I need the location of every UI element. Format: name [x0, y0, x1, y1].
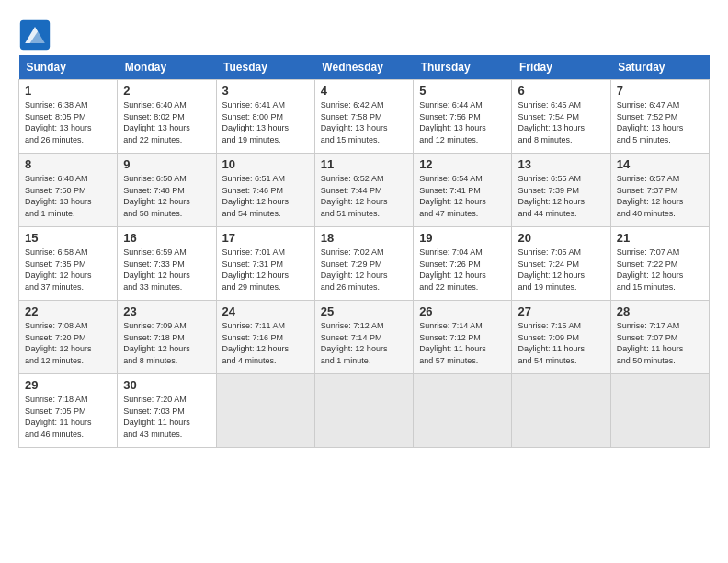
day-number: 20: [518, 231, 604, 245]
calendar-day-cell: 11Sunrise: 6:52 AM Sunset: 7:44 PM Dayli…: [314, 154, 413, 227]
day-info: Sunrise: 7:02 AM Sunset: 7:29 PM Dayligh…: [321, 247, 407, 293]
calendar-day-cell: 6Sunrise: 6:45 AM Sunset: 7:54 PM Daylig…: [512, 80, 610, 154]
day-info: Sunrise: 6:59 AM Sunset: 7:33 PM Dayligh…: [123, 247, 210, 293]
calendar-day-cell: 22Sunrise: 7:08 AM Sunset: 7:20 PM Dayli…: [19, 301, 118, 374]
calendar-day-cell: [314, 374, 413, 448]
calendar-week-row: 1Sunrise: 6:38 AM Sunset: 8:05 PM Daylig…: [19, 80, 710, 154]
calendar-day-cell: 9Sunrise: 6:50 AM Sunset: 7:48 PM Daylig…: [118, 154, 216, 227]
header-row: SundayMondayTuesdayWednesdayThursdayFrid…: [19, 55, 710, 80]
calendar-day-cell: 27Sunrise: 7:15 AM Sunset: 7:09 PM Dayli…: [512, 301, 610, 374]
calendar-day-cell: 17Sunrise: 7:01 AM Sunset: 7:31 PM Dayli…: [216, 227, 314, 301]
day-of-week-header: Friday: [512, 55, 610, 80]
calendar-day-cell: 15Sunrise: 6:58 AM Sunset: 7:35 PM Dayli…: [19, 227, 118, 301]
calendar-day-cell: 24Sunrise: 7:11 AM Sunset: 7:16 PM Dayli…: [216, 301, 314, 374]
calendar-day-cell: [414, 374, 512, 448]
calendar-header: SundayMondayTuesdayWednesdayThursdayFrid…: [19, 55, 710, 80]
day-info: Sunrise: 6:58 AM Sunset: 7:35 PM Dayligh…: [25, 247, 111, 293]
day-info: Sunrise: 6:42 AM Sunset: 7:58 PM Dayligh…: [321, 99, 407, 145]
day-number: 23: [123, 304, 210, 318]
day-of-week-header: Thursday: [414, 55, 512, 80]
day-number: 19: [419, 231, 506, 245]
day-info: Sunrise: 6:55 AM Sunset: 7:39 PM Dayligh…: [518, 173, 604, 219]
day-number: 14: [617, 157, 703, 171]
calendar-day-cell: [512, 374, 610, 448]
calendar-day-cell: 26Sunrise: 7:14 AM Sunset: 7:12 PM Dayli…: [414, 301, 512, 374]
day-number: 18: [321, 231, 407, 245]
day-number: 26: [419, 304, 506, 318]
day-info: Sunrise: 6:41 AM Sunset: 8:00 PM Dayligh…: [222, 99, 309, 145]
page-header: [18, 18, 710, 52]
day-info: Sunrise: 7:07 AM Sunset: 7:22 PM Dayligh…: [617, 247, 703, 293]
calendar-day-cell: 20Sunrise: 7:05 AM Sunset: 7:24 PM Dayli…: [512, 227, 610, 301]
day-of-week-header: Monday: [118, 55, 216, 80]
calendar-day-cell: 29Sunrise: 7:18 AM Sunset: 7:05 PM Dayli…: [19, 374, 118, 448]
calendar-day-cell: [610, 374, 709, 448]
calendar-day-cell: 13Sunrise: 6:55 AM Sunset: 7:39 PM Dayli…: [512, 154, 610, 227]
calendar-day-cell: 25Sunrise: 7:12 AM Sunset: 7:14 PM Dayli…: [314, 301, 413, 374]
calendar-day-cell: 30Sunrise: 7:20 AM Sunset: 7:03 PM Dayli…: [118, 374, 216, 448]
calendar-day-cell: 8Sunrise: 6:48 AM Sunset: 7:50 PM Daylig…: [19, 154, 118, 227]
calendar-week-row: 22Sunrise: 7:08 AM Sunset: 7:20 PM Dayli…: [19, 301, 710, 374]
day-info: Sunrise: 7:14 AM Sunset: 7:12 PM Dayligh…: [419, 320, 506, 366]
calendar-day-cell: 23Sunrise: 7:09 AM Sunset: 7:18 PM Dayli…: [118, 301, 216, 374]
day-number: 27: [518, 304, 604, 318]
calendar-day-cell: 7Sunrise: 6:47 AM Sunset: 7:52 PM Daylig…: [610, 80, 709, 154]
day-info: Sunrise: 6:44 AM Sunset: 7:56 PM Dayligh…: [419, 99, 506, 145]
day-number: 4: [321, 84, 407, 98]
day-number: 11: [321, 157, 407, 171]
day-number: 16: [123, 231, 210, 245]
day-number: 2: [123, 84, 210, 98]
logo: [18, 18, 55, 52]
day-number: 10: [222, 157, 309, 171]
day-info: Sunrise: 7:17 AM Sunset: 7:07 PM Dayligh…: [617, 320, 703, 366]
calendar-day-cell: 10Sunrise: 6:51 AM Sunset: 7:46 PM Dayli…: [216, 154, 314, 227]
day-info: Sunrise: 6:57 AM Sunset: 7:37 PM Dayligh…: [617, 173, 703, 219]
calendar-table: SundayMondayTuesdayWednesdayThursdayFrid…: [18, 55, 710, 448]
day-info: Sunrise: 7:15 AM Sunset: 7:09 PM Dayligh…: [518, 320, 604, 366]
calendar-day-cell: 28Sunrise: 7:17 AM Sunset: 7:07 PM Dayli…: [610, 301, 709, 374]
calendar-week-row: 29Sunrise: 7:18 AM Sunset: 7:05 PM Dayli…: [19, 374, 710, 448]
day-number: 24: [222, 304, 309, 318]
day-number: 1: [25, 84, 111, 98]
calendar-day-cell: 3Sunrise: 6:41 AM Sunset: 8:00 PM Daylig…: [216, 80, 314, 154]
day-info: Sunrise: 7:08 AM Sunset: 7:20 PM Dayligh…: [25, 320, 111, 366]
day-info: Sunrise: 7:20 AM Sunset: 7:03 PM Dayligh…: [123, 394, 210, 440]
day-info: Sunrise: 6:54 AM Sunset: 7:41 PM Dayligh…: [419, 173, 506, 219]
day-number: 30: [123, 378, 210, 392]
calendar-body: 1Sunrise: 6:38 AM Sunset: 8:05 PM Daylig…: [19, 80, 710, 448]
day-info: Sunrise: 6:38 AM Sunset: 8:05 PM Dayligh…: [25, 99, 111, 145]
day-info: Sunrise: 6:51 AM Sunset: 7:46 PM Dayligh…: [222, 173, 309, 219]
day-info: Sunrise: 7:04 AM Sunset: 7:26 PM Dayligh…: [419, 247, 506, 293]
day-info: Sunrise: 6:52 AM Sunset: 7:44 PM Dayligh…: [321, 173, 407, 219]
calendar-day-cell: 1Sunrise: 6:38 AM Sunset: 8:05 PM Daylig…: [19, 80, 118, 154]
day-number: 15: [25, 231, 111, 245]
day-number: 3: [222, 84, 309, 98]
day-number: 17: [222, 231, 309, 245]
day-number: 7: [617, 84, 703, 98]
day-info: Sunrise: 6:50 AM Sunset: 7:48 PM Dayligh…: [123, 173, 210, 219]
day-number: 28: [617, 304, 703, 318]
calendar-week-row: 15Sunrise: 6:58 AM Sunset: 7:35 PM Dayli…: [19, 227, 710, 301]
day-of-week-header: Tuesday: [216, 55, 314, 80]
day-number: 21: [617, 231, 703, 245]
calendar-day-cell: 16Sunrise: 6:59 AM Sunset: 7:33 PM Dayli…: [118, 227, 216, 301]
day-number: 22: [25, 304, 111, 318]
day-info: Sunrise: 7:11 AM Sunset: 7:16 PM Dayligh…: [222, 320, 309, 366]
logo-icon: [18, 18, 51, 52]
day-number: 6: [518, 84, 604, 98]
calendar-day-cell: 14Sunrise: 6:57 AM Sunset: 7:37 PM Dayli…: [610, 154, 709, 227]
day-number: 5: [419, 84, 506, 98]
day-info: Sunrise: 6:47 AM Sunset: 7:52 PM Dayligh…: [617, 99, 703, 145]
day-info: Sunrise: 6:40 AM Sunset: 8:02 PM Dayligh…: [123, 99, 210, 145]
calendar-day-cell: 5Sunrise: 6:44 AM Sunset: 7:56 PM Daylig…: [414, 80, 512, 154]
day-info: Sunrise: 6:45 AM Sunset: 7:54 PM Dayligh…: [518, 99, 604, 145]
day-number: 13: [518, 157, 604, 171]
calendar-day-cell: 12Sunrise: 6:54 AM Sunset: 7:41 PM Dayli…: [414, 154, 512, 227]
day-number: 9: [123, 157, 210, 171]
calendar-day-cell: 4Sunrise: 6:42 AM Sunset: 7:58 PM Daylig…: [314, 80, 413, 154]
calendar-week-row: 8Sunrise: 6:48 AM Sunset: 7:50 PM Daylig…: [19, 154, 710, 227]
calendar-day-cell: 21Sunrise: 7:07 AM Sunset: 7:22 PM Dayli…: [610, 227, 709, 301]
calendar-day-cell: 18Sunrise: 7:02 AM Sunset: 7:29 PM Dayli…: [314, 227, 413, 301]
day-of-week-header: Saturday: [610, 55, 709, 80]
day-info: Sunrise: 7:12 AM Sunset: 7:14 PM Dayligh…: [321, 320, 407, 366]
